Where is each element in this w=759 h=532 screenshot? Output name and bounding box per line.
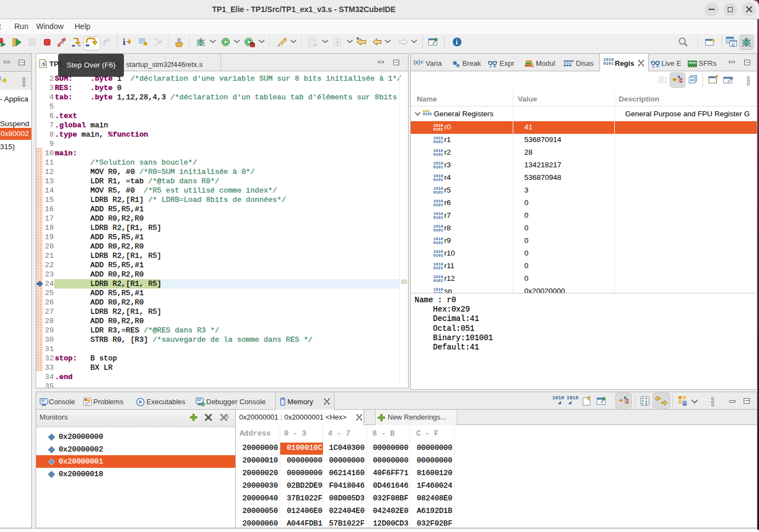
svg-text:i: i	[123, 37, 126, 47]
svg-text:i: i	[456, 38, 458, 46]
svg-text:C: C	[732, 42, 735, 47]
svg-text:.S: .S	[41, 61, 46, 67]
